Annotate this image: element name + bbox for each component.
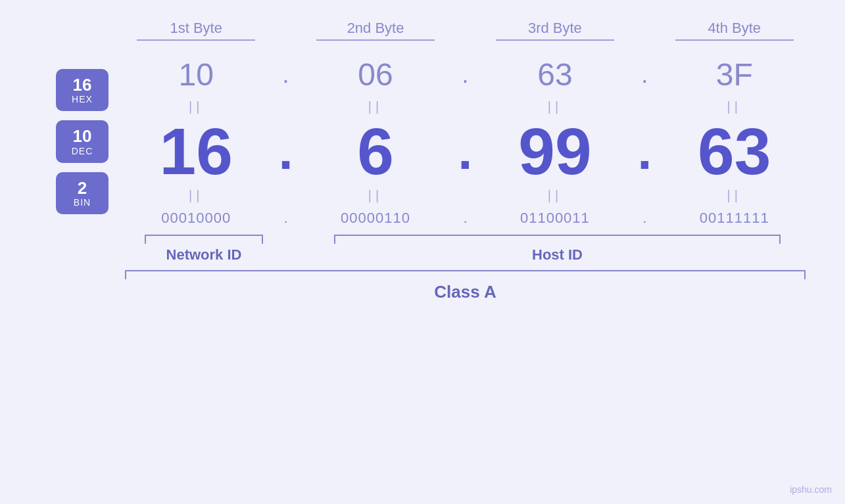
class-label: Class A <box>434 282 496 302</box>
dec-badge: 10 DEC <box>56 120 109 163</box>
byte2-header-cell: 2nd Byte <box>310 20 441 41</box>
bin-byte1-cell: 00010000 <box>130 210 262 227</box>
dec-row: 16 . 6 . 99 . 63 <box>125 116 806 187</box>
byte-headers-row: 1st Byte 2nd Byte 3rd Byte 4th Byte <box>125 20 806 41</box>
host-id-label: Host ID <box>532 246 583 263</box>
bin-badge-number: 2 <box>66 179 98 198</box>
byte3-header: 3rd Byte <box>528 20 582 37</box>
hex-byte4: 3F <box>716 57 753 93</box>
dec-dot1: . <box>273 121 299 181</box>
sep1-b3: || <box>489 99 621 114</box>
byte2-bracket <box>316 39 435 41</box>
bin-byte2-cell: 00000110 <box>310 210 441 227</box>
hex-dot1: . <box>273 61 299 89</box>
sep1-b4: || <box>669 99 800 114</box>
sep1-b2: || <box>310 99 441 114</box>
hex-badge-number: 16 <box>66 76 98 95</box>
bin-byte4: 00111111 <box>700 210 769 227</box>
hex-byte2-cell: 06 <box>310 57 441 93</box>
hex-byte1: 10 <box>179 57 214 93</box>
dot-spacer3 <box>631 20 658 41</box>
dec-byte1: 16 <box>160 118 233 184</box>
dec-dot3: . <box>631 121 658 181</box>
host-id-bracket <box>334 235 781 244</box>
sep2-row: || || || || <box>125 187 806 204</box>
id-labels-area: Network ID Host ID <box>125 235 806 263</box>
sep1-row: || || || || <box>125 98 806 116</box>
sep1-b1: || <box>130 99 262 114</box>
sep2-b1: || <box>130 188 262 203</box>
dec-byte3: 99 <box>518 118 591 184</box>
byte4-header: 4th Byte <box>708 20 761 37</box>
dot-spacer2 <box>452 20 478 41</box>
dec-byte4-cell: 63 <box>669 118 800 184</box>
dec-badge-number: 10 <box>66 127 98 146</box>
dot-spacer1 <box>273 20 299 41</box>
byte1-bracket <box>137 39 255 41</box>
byte3-header-cell: 3rd Byte <box>489 20 621 41</box>
bin-dot2: . <box>452 210 478 227</box>
hex-byte1-cell: 10 <box>130 57 262 93</box>
bin-byte3: 01100011 <box>520 210 590 227</box>
byte3-bracket <box>496 39 614 41</box>
byte1-header: 1st Byte <box>170 20 222 37</box>
dec-badge-label: DEC <box>66 146 98 156</box>
sep2-b4: || <box>669 188 800 203</box>
hex-badge-label: HEX <box>66 94 98 104</box>
hex-byte3: 63 <box>537 57 572 93</box>
bin-byte4-cell: 00111111 <box>669 210 800 227</box>
hex-badge: 16 HEX <box>56 69 109 112</box>
dec-dot2: . <box>452 121 478 181</box>
dec-byte2: 6 <box>357 118 394 184</box>
byte4-header-cell: 4th Byte <box>669 20 800 41</box>
byte2-header: 2nd Byte <box>347 20 404 37</box>
sep2-b2: || <box>310 188 441 203</box>
network-id-bracket <box>145 235 263 244</box>
bin-dot3: . <box>631 210 658 227</box>
byte1-header-cell: 1st Byte <box>130 20 262 41</box>
bin-byte1: 00010000 <box>161 210 231 227</box>
network-id-section: Network ID <box>125 235 283 263</box>
sep2-b3: || <box>489 188 621 203</box>
bin-byte2: 00000110 <box>341 210 410 227</box>
hex-dot3: . <box>631 61 658 89</box>
hex-row: 10 . 06 . 63 . 3F <box>125 51 806 98</box>
dec-byte4: 63 <box>698 118 771 184</box>
bin-badge-label: BIN <box>66 197 98 208</box>
hex-dot2: . <box>452 61 478 89</box>
watermark: ipshu.com <box>790 484 832 495</box>
bin-badge: 2 BIN <box>56 172 109 215</box>
hex-byte4-cell: 3F <box>669 57 800 93</box>
main-container: 1st Byte 2nd Byte 3rd Byte 4th Byte 16 H… <box>0 0 845 504</box>
bin-byte3-cell: 01100011 <box>489 210 621 227</box>
class-section: Class A <box>125 270 806 302</box>
host-id-section: Host ID <box>309 235 806 263</box>
dec-byte2-cell: 6 <box>310 118 441 184</box>
bin-row: 00010000 . 00000110 . 01100011 . 0011111… <box>125 204 806 232</box>
dec-byte3-cell: 99 <box>489 118 621 184</box>
values-area: 10 . 06 . 63 . 3F || || <box>125 51 806 232</box>
bin-dot1: . <box>273 210 299 227</box>
main-content: 16 HEX 10 DEC 2 BIN 10 . 06 <box>39 51 806 232</box>
class-bracket <box>125 270 806 279</box>
hex-byte2: 06 <box>358 57 393 93</box>
labels-column: 16 HEX 10 DEC 2 BIN <box>39 51 125 232</box>
hex-byte3-cell: 63 <box>489 57 621 93</box>
dec-byte1-cell: 16 <box>130 118 262 184</box>
byte4-bracket <box>675 39 794 41</box>
network-id-label: Network ID <box>166 246 242 263</box>
